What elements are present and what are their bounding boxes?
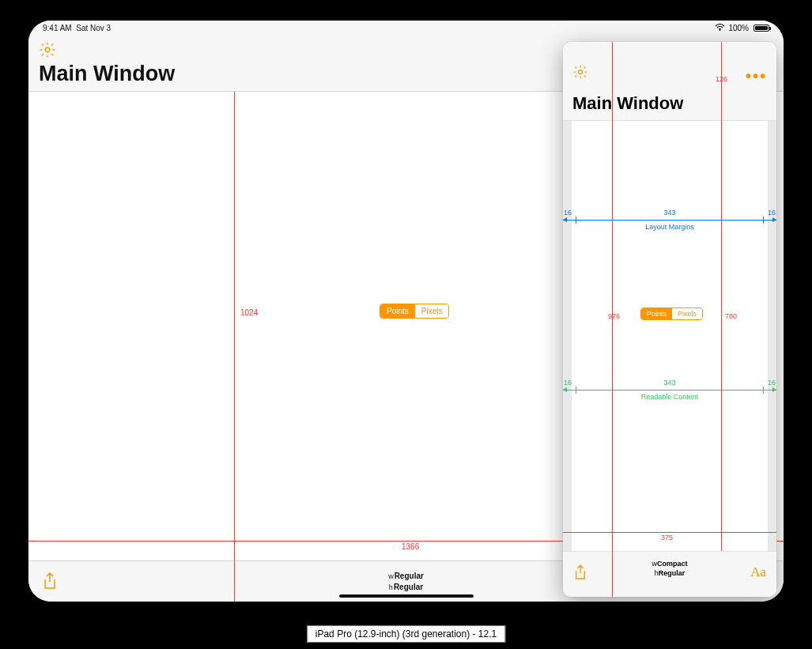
so-height-label: 976 xyxy=(608,312,620,320)
settings-gear-icon[interactable] xyxy=(39,41,56,62)
height-label: 1024 xyxy=(240,308,258,317)
status-battery-pct: 100% xyxy=(728,24,749,32)
slideover-nav-header: ••• Main Window xyxy=(563,42,776,121)
so-vertical-guide-1 xyxy=(612,42,613,597)
svg-point-1 xyxy=(45,47,50,52)
unit-pixels-option[interactable]: Pixels xyxy=(672,308,702,319)
safe-area-gutter-left xyxy=(563,121,572,551)
status-date: Sat Nov 3 xyxy=(76,24,111,32)
slideover-panel[interactable]: ••• Main Window 126 976 780 70 375 16 xyxy=(563,42,776,597)
settings-gear-icon[interactable] xyxy=(572,64,588,83)
width-label: 1366 xyxy=(402,542,419,551)
status-bar: 9:41 AM Sat Nov 3 100% xyxy=(28,24,784,32)
svg-point-2 xyxy=(579,70,583,74)
size-class-label: wCompact hRegular xyxy=(563,560,776,578)
so-safe-height-label: 780 xyxy=(725,312,737,320)
so-vertical-guide-2 xyxy=(721,42,722,551)
simulator-caption: iPad Pro (12.9-inch) (3rd generation) - … xyxy=(307,625,505,643)
size-class-label: wRegular hRegular xyxy=(388,571,424,592)
so-width-label: 375 xyxy=(661,534,673,541)
unit-toggle[interactable]: Points Pixels xyxy=(640,308,703,320)
readable-content-guide: 16 16 343 Readable Content xyxy=(563,390,776,399)
slideover-title: Main Window xyxy=(572,93,683,114)
share-icon[interactable] xyxy=(43,572,57,591)
home-indicator xyxy=(339,594,474,598)
unit-pixels-option[interactable]: Pixels xyxy=(415,304,449,318)
layout-margins-guide: 16 16 343 Layout Margins xyxy=(563,220,776,229)
status-time: 9:41 AM xyxy=(43,24,72,32)
svg-point-0 xyxy=(719,29,721,31)
slideover-toolbar: wCompact hRegular Aa xyxy=(563,551,776,597)
ipad-screen: 9:41 AM Sat Nov 3 100% Main Window 1024 … xyxy=(28,21,784,602)
main-window-title: Main Window xyxy=(39,62,175,86)
so-horizontal-guide xyxy=(563,532,776,533)
safe-area-gutter-right xyxy=(768,121,776,551)
unit-points-option[interactable]: Points xyxy=(380,304,415,318)
unit-toggle[interactable]: Points Pixels xyxy=(380,304,449,319)
more-icon[interactable]: ••• xyxy=(746,67,767,85)
slideover-content xyxy=(563,121,776,551)
text-size-icon[interactable]: Aa xyxy=(750,564,766,580)
unit-points-option[interactable]: Points xyxy=(641,308,672,319)
wifi-icon xyxy=(715,24,725,32)
ipad-device-frame: 9:41 AM Sat Nov 3 100% Main Window 1024 … xyxy=(13,5,799,617)
battery-icon xyxy=(753,25,769,32)
vertical-dimension-guide xyxy=(234,21,235,602)
